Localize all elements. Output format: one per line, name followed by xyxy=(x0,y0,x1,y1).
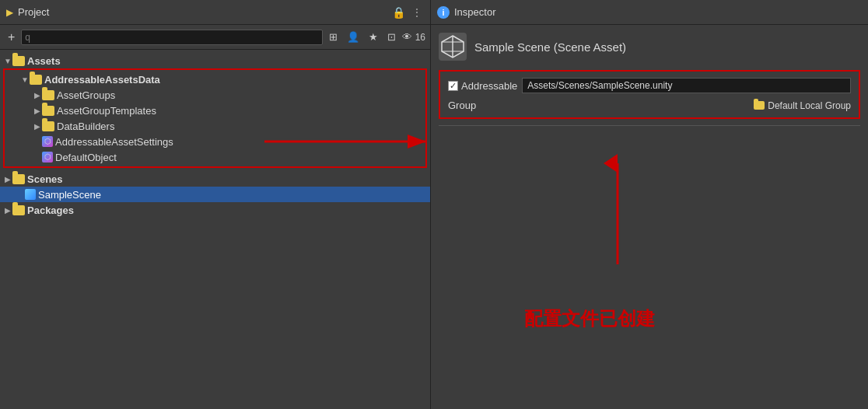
cube-icon-settings: ⬡ xyxy=(42,136,53,147)
project-toolbar: + ⊞ 👤 ★ ⊡ 👁 16 xyxy=(0,25,430,50)
addressable-asset-settings-label: AddressableAssetSettings xyxy=(55,136,173,148)
tree-item-scenes[interactable]: ▶ Scenes xyxy=(0,171,430,187)
folder-icon-packages xyxy=(12,205,25,215)
arrow-scenes: ▶ xyxy=(3,175,12,184)
star-icon[interactable]: ★ xyxy=(366,30,381,44)
packages-label: Packages xyxy=(27,204,74,216)
folder-icon-data-builders xyxy=(42,121,54,131)
assets-label: Assets xyxy=(27,55,61,67)
project-panel-header: ▶ Project 🔒 ⋮ xyxy=(0,0,430,25)
panel-header-icons: 🔒 ⋮ xyxy=(390,6,424,19)
info-icon: i xyxy=(437,6,450,19)
asset-group-templates-label: AssetGroupTemplates xyxy=(57,105,156,117)
tree-item-addressable-asset-settings[interactable]: ⬡ AddressableAssetSettings xyxy=(5,134,425,149)
scenes-label: Scenes xyxy=(27,173,63,185)
addressable-assets-data-label: AddressableAssetsData xyxy=(44,74,160,86)
arrow-assets: ▼ xyxy=(3,57,12,65)
folder-icon-asset-group-templates xyxy=(42,106,54,116)
scene-icon-sample xyxy=(25,189,36,200)
unity-logo-icon xyxy=(439,33,467,61)
toolbar-right-icons: ⊞ 👤 ★ ⊡ 👁 16 xyxy=(326,30,425,44)
addressable-row: ✓ Addressable Assets/Scenes/SampleScene.… xyxy=(448,78,851,93)
addressable-label-text: Addressable xyxy=(461,80,517,92)
asset-header: Sample Scene (Scene Asset) xyxy=(439,33,860,61)
addressable-checkbox-label: ✓ Addressable xyxy=(448,80,517,92)
inspector-body: Sample Scene (Scene Asset) ✓ Addressable… xyxy=(431,25,868,409)
cube-icon-default: ⬡ xyxy=(42,152,53,163)
tree-item-asset-groups[interactable]: ▶ AssetGroups xyxy=(5,87,425,103)
tree-item-assets[interactable]: ▼ Assets xyxy=(0,53,430,68)
addressable-checkbox[interactable]: ✓ xyxy=(448,81,458,91)
data-builders-label: DataBuilders xyxy=(57,121,114,132)
tree-item-asset-group-templates[interactable]: ▶ AssetGroupTemplates xyxy=(5,103,425,118)
tree-item-packages[interactable]: ▶ Packages xyxy=(0,202,430,218)
tree-item-sample-scene[interactable]: SampleScene xyxy=(0,187,430,202)
filter-icon[interactable]: ⊞ xyxy=(326,30,341,44)
grid-icon[interactable]: ⊡ xyxy=(384,30,399,44)
group-label: Group xyxy=(448,100,476,111)
group-row: Group Default Local Group xyxy=(448,100,851,111)
default-object-label: DefaultObject xyxy=(55,152,117,163)
add-button[interactable]: + xyxy=(5,30,18,45)
eye-count: 👁 16 xyxy=(402,31,425,43)
red-outline-addressable: ▼ AddressableAssetsData ▶ AssetGroups ▶ … xyxy=(3,68,427,168)
folder-icon-addressable xyxy=(30,75,42,85)
search-input[interactable] xyxy=(21,30,323,45)
folder-icon-assets xyxy=(12,56,25,66)
tree-item-default-object[interactable]: ⬡ DefaultObject xyxy=(5,149,425,165)
sample-scene-label: SampleScene xyxy=(38,189,101,201)
tree-item-addressable-assets-data[interactable]: ▼ AddressableAssetsData xyxy=(5,72,425,87)
project-panel-title: Project xyxy=(18,6,386,18)
group-value-text: Default Local Group xyxy=(768,100,851,111)
folder-icon-scenes xyxy=(12,174,25,184)
right-panel: i Inspector Sample Scene (Scene Asset) xyxy=(431,0,868,409)
asset-title: Sample Scene (Scene Asset) xyxy=(474,40,626,54)
lock-icon[interactable]: 🔒 xyxy=(390,6,407,19)
asset-groups-label: AssetGroups xyxy=(57,89,115,101)
project-tree: ▼ Assets ▼ AddressableAssetsData ▶ Asset… xyxy=(0,50,430,409)
group-value: Default Local Group xyxy=(754,100,851,111)
arrow-packages: ▶ xyxy=(3,206,12,215)
addressable-path[interactable]: Assets/Scenes/SampleScene.unity xyxy=(522,78,851,93)
addressable-section: ✓ Addressable Assets/Scenes/SampleScene.… xyxy=(439,70,860,119)
arrow-asset-group-templates: ▶ xyxy=(33,107,42,115)
inspector-header: i Inspector xyxy=(431,0,868,25)
folder-icon-asset-groups xyxy=(42,90,54,100)
folder-header-icon: ▶ xyxy=(6,7,13,18)
group-folder-icon xyxy=(754,101,765,110)
menu-icon[interactable]: ⋮ xyxy=(410,6,424,19)
tree-item-data-builders[interactable]: ▶ DataBuilders xyxy=(5,118,425,134)
arrow-data-builders: ▶ xyxy=(33,122,42,131)
arrow-asset-groups: ▶ xyxy=(33,91,42,100)
person-icon[interactable]: 👤 xyxy=(344,30,362,44)
arrow-addressable: ▼ xyxy=(20,75,30,84)
inspector-tab-label: Inspector xyxy=(454,6,495,18)
separator xyxy=(439,125,860,126)
